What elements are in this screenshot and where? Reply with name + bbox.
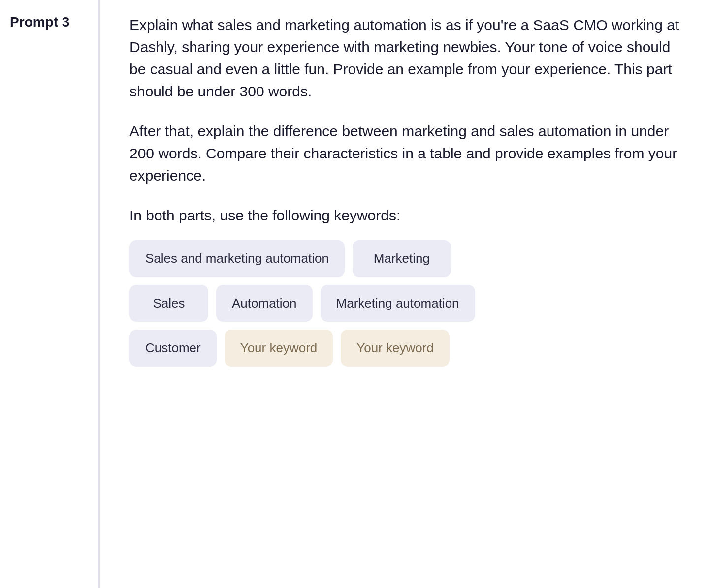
paragraph-2: After that, explain the difference betwe…: [129, 120, 679, 186]
paragraph-1: Explain what sales and marketing automat…: [129, 14, 679, 102]
prompt-label: Prompt 3: [10, 14, 69, 30]
keyword-chip-your-keyword-1[interactable]: Your keyword: [225, 330, 333, 367]
keyword-chip-marketing[interactable]: Marketing: [353, 240, 451, 277]
keyword-chip-automation[interactable]: Automation: [216, 285, 313, 322]
keyword-chip-your-keyword-2[interactable]: Your keyword: [341, 330, 450, 367]
keywords-row-3: Customer Your keyword Your keyword: [129, 330, 679, 367]
sidebar: Prompt 3: [0, 0, 98, 588]
keywords-intro: In both parts, use the following keyword…: [129, 204, 679, 226]
main-content: Explain what sales and marketing automat…: [100, 0, 709, 588]
keywords-row-2: Sales Automation Marketing automation: [129, 285, 679, 322]
keywords-grid: Sales and marketing automation Marketing…: [129, 240, 679, 367]
keyword-chip-marketing-automation[interactable]: Marketing automation: [321, 285, 475, 322]
keywords-row-1: Sales and marketing automation Marketing: [129, 240, 679, 277]
keyword-chip-sales-marketing-automation[interactable]: Sales and marketing automation: [129, 240, 345, 277]
keyword-chip-customer[interactable]: Customer: [129, 330, 217, 367]
keyword-chip-sales[interactable]: Sales: [129, 285, 208, 322]
